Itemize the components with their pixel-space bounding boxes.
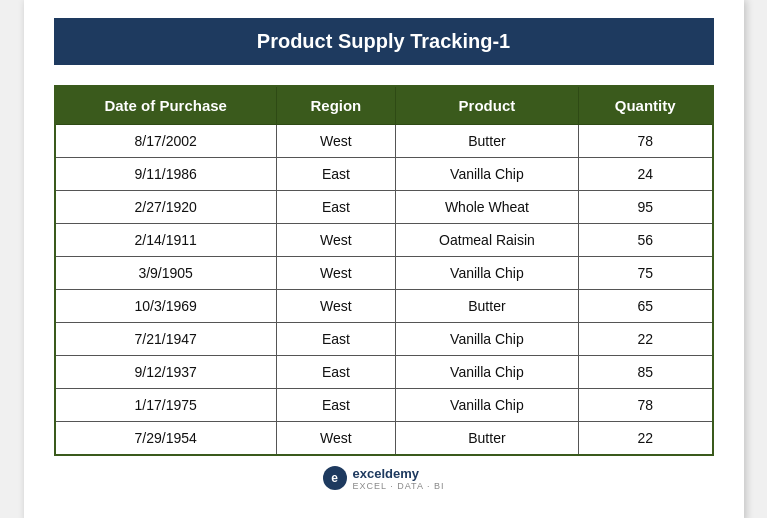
cell-row9-col0: 7/29/1954 [55,421,277,455]
cell-row0-col2: Butter [395,124,578,157]
cell-row8-col2: Vanilla Chip [395,388,578,421]
cell-row7-col2: Vanilla Chip [395,355,578,388]
cell-row2-col1: East [276,190,395,223]
table-header-row: Date of Purchase Region Product Quantity [55,86,713,125]
cell-row0-col0: 8/17/2002 [55,124,277,157]
cell-row4-col1: West [276,256,395,289]
main-container: Product Supply Tracking-1 Date of Purcha… [24,0,744,518]
cell-row4-col2: Vanilla Chip [395,256,578,289]
table-row: 7/21/1947EastVanilla Chip22 [55,322,713,355]
cell-row3-col3: 56 [578,223,712,256]
table-row: 7/29/1954WestButter22 [55,421,713,455]
cell-row3-col0: 2/14/1911 [55,223,277,256]
cell-row9-col1: West [276,421,395,455]
cell-row2-col2: Whole Wheat [395,190,578,223]
cell-row4-col3: 75 [578,256,712,289]
watermark-tagline: EXCEL · DATA · BI [353,481,445,491]
cell-row5-col2: Butter [395,289,578,322]
cell-row8-col1: East [276,388,395,421]
cell-row0-col1: West [276,124,395,157]
cell-row2-col0: 2/27/1920 [55,190,277,223]
col-header-region: Region [276,86,395,125]
table-row: 1/17/1975EastVanilla Chip78 [55,388,713,421]
table-row: 2/14/1911WestOatmeal Raisin56 [55,223,713,256]
watermark-text: exceldemy EXCEL · DATA · BI [353,466,445,491]
table-row: 8/17/2002WestButter78 [55,124,713,157]
col-header-quantity: Quantity [578,86,712,125]
cell-row1-col0: 9/11/1986 [55,157,277,190]
watermark-brand: exceldemy [353,466,420,481]
cell-row2-col3: 95 [578,190,712,223]
table-row: 3/9/1905WestVanilla Chip75 [55,256,713,289]
cell-row6-col2: Vanilla Chip [395,322,578,355]
cell-row7-col0: 9/12/1937 [55,355,277,388]
cell-row0-col3: 78 [578,124,712,157]
cell-row1-col3: 24 [578,157,712,190]
page-title: Product Supply Tracking-1 [54,18,714,65]
col-header-date: Date of Purchase [55,86,277,125]
cell-row8-col3: 78 [578,388,712,421]
cell-row1-col1: East [276,157,395,190]
cell-row4-col0: 3/9/1905 [55,256,277,289]
cell-row5-col1: West [276,289,395,322]
cell-row3-col2: Oatmeal Raisin [395,223,578,256]
cell-row7-col3: 85 [578,355,712,388]
col-header-product: Product [395,86,578,125]
cell-row6-col0: 7/21/1947 [55,322,277,355]
table-row: 9/11/1986EastVanilla Chip24 [55,157,713,190]
table-row: 10/3/1969WestButter65 [55,289,713,322]
cell-row3-col1: West [276,223,395,256]
cell-row5-col0: 10/3/1969 [55,289,277,322]
cell-row6-col3: 22 [578,322,712,355]
cell-row1-col2: Vanilla Chip [395,157,578,190]
cell-row5-col3: 65 [578,289,712,322]
table-row: 2/27/1920EastWhole Wheat95 [55,190,713,223]
cell-row7-col1: East [276,355,395,388]
watermark-icon: e [323,466,347,490]
cell-row9-col3: 22 [578,421,712,455]
cell-row8-col0: 1/17/1975 [55,388,277,421]
table-row: 9/12/1937EastVanilla Chip85 [55,355,713,388]
data-table: Date of Purchase Region Product Quantity… [54,85,714,456]
watermark: e exceldemy EXCEL · DATA · BI [54,466,714,491]
cell-row6-col1: East [276,322,395,355]
cell-row9-col2: Butter [395,421,578,455]
